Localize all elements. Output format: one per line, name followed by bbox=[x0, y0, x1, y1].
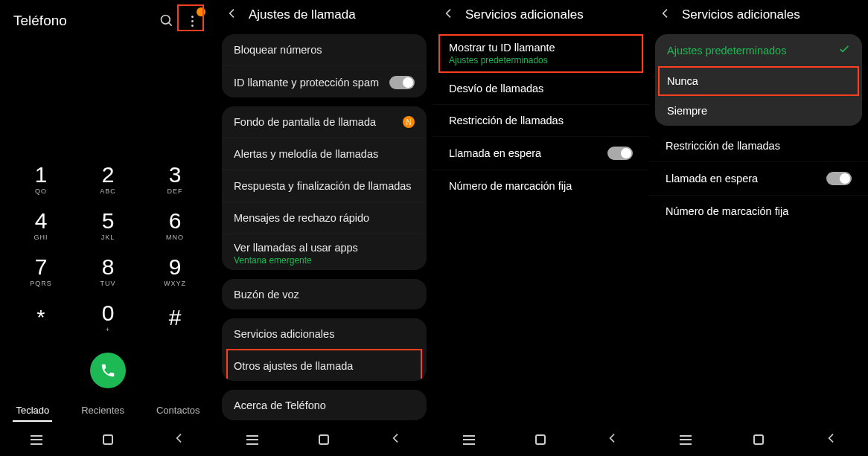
nav-recent-icon[interactable] bbox=[31, 435, 42, 445]
svg-line-1 bbox=[169, 23, 172, 26]
nav-recent-icon[interactable] bbox=[463, 435, 475, 445]
nav-back-icon[interactable] bbox=[607, 432, 619, 447]
row-show-caller-id[interactable]: Mostrar tu ID llamante Ajustes predeterm… bbox=[438, 34, 643, 73]
tab-recent[interactable]: Recientes bbox=[78, 400, 127, 422]
row-fixed-dial[interactable]: Número de marcación fija bbox=[433, 170, 649, 202]
back-icon[interactable] bbox=[660, 7, 671, 22]
android-nav bbox=[433, 425, 649, 456]
nav-home-icon[interactable] bbox=[753, 434, 764, 445]
page-title: Servicios adicionales bbox=[465, 7, 584, 22]
show-id-sub: Ajustes predeterminados bbox=[449, 55, 548, 65]
page-title: Ajustes de llamada bbox=[249, 7, 356, 22]
row-forward[interactable]: Desvío de llamadas bbox=[433, 73, 649, 105]
nav-back-icon[interactable] bbox=[390, 432, 402, 447]
phone-app-screen: Teléfono 1QO 2ABC 3DEF 4GHI 5JKL 6MNO 7P… bbox=[0, 0, 216, 456]
section-4: Servicios adicionales Otros ajustes de l… bbox=[222, 318, 427, 380]
page-title: Servicios adicionales bbox=[682, 7, 800, 22]
check-icon bbox=[838, 43, 850, 57]
key-9[interactable]: 9WXYZ bbox=[141, 248, 208, 295]
more-menu-wrapper bbox=[182, 10, 202, 31]
key-0[interactable]: 0+ bbox=[74, 295, 141, 341]
header: Servicios adicionales bbox=[649, 0, 868, 30]
section-3: Buzón de voz bbox=[222, 279, 427, 309]
topbar: Teléfono bbox=[0, 0, 216, 37]
key-star[interactable]: * bbox=[7, 295, 74, 341]
nav-home-icon[interactable] bbox=[319, 434, 329, 445]
keypad: 1QO 2ABC 3DEF 4GHI 5JKL 6MNO 7PQRS 8TUV … bbox=[0, 156, 216, 348]
key-6[interactable]: 6MNO bbox=[141, 202, 208, 248]
row-apps-sub: Ventana emergente bbox=[234, 255, 312, 266]
row-answer-end[interactable]: Respuesta y finalización de llamadas bbox=[222, 170, 427, 202]
tab-contacts[interactable]: Contactos bbox=[153, 400, 203, 422]
nav-back-icon[interactable] bbox=[826, 432, 837, 447]
dropdown-option-never[interactable]: Nunca bbox=[655, 66, 862, 96]
key-2[interactable]: 2ABC bbox=[74, 156, 141, 202]
back-icon[interactable] bbox=[443, 7, 455, 22]
nav-home-icon[interactable] bbox=[535, 434, 546, 445]
row-waiting[interactable]: Llamada en espera bbox=[649, 162, 868, 196]
android-nav bbox=[0, 425, 216, 456]
android-nav bbox=[216, 425, 433, 456]
row-about[interactable]: Acerca de Teléfono bbox=[222, 390, 427, 420]
row-wallpaper[interactable]: Fondo de pantalla de llamada N bbox=[222, 106, 427, 138]
call-settings-screen: Ajustes de llamada Bloquear números ID l… bbox=[216, 0, 433, 456]
notification-badge bbox=[197, 7, 205, 16]
caller-id-toggle[interactable] bbox=[389, 76, 415, 89]
row-waiting[interactable]: Llamada en espera bbox=[433, 137, 649, 170]
additional-services-dropdown-screen: Servicios adicionales Ajustes predetermi… bbox=[649, 0, 868, 456]
section-5: Acerca de Teléfono bbox=[222, 390, 427, 420]
section-1: Bloquear números ID llamante y protecció… bbox=[222, 34, 427, 97]
back-icon[interactable] bbox=[226, 7, 238, 22]
waiting-toggle[interactable] bbox=[607, 147, 633, 160]
caller-id-dropdown: Ajustes predeterminados Nunca Siempre bbox=[655, 34, 862, 126]
key-8[interactable]: 8TUV bbox=[74, 248, 141, 295]
row-voicemail[interactable]: Buzón de voz bbox=[222, 279, 427, 309]
row-other-settings[interactable]: Otros ajustes de llamada bbox=[222, 350, 427, 380]
section-2: Fondo de pantalla de llamada N Alertas y… bbox=[222, 106, 427, 270]
nav-recent-icon[interactable] bbox=[680, 435, 692, 445]
dropdown-option-always[interactable]: Siempre bbox=[655, 96, 862, 126]
header: Servicios adicionales bbox=[433, 0, 649, 30]
row-restrict[interactable]: Restricción de llamadas bbox=[433, 105, 649, 137]
key-7[interactable]: 7PQRS bbox=[7, 248, 74, 295]
additional-services-screen: Servicios adicionales Mostrar tu ID llam… bbox=[433, 0, 649, 456]
row-alerts[interactable]: Alertas y melodía de llamadas bbox=[222, 138, 427, 170]
dropdown-option-default[interactable]: Ajustes predeterminados bbox=[655, 34, 862, 66]
row-additional-services[interactable]: Servicios adicionales bbox=[222, 318, 427, 350]
nav-recent-icon[interactable] bbox=[246, 435, 258, 445]
header: Ajustes de llamada bbox=[216, 0, 433, 30]
row-caller-id[interactable]: ID llamante y protección spam bbox=[222, 65, 427, 97]
app-title: Teléfono bbox=[13, 13, 156, 29]
row-restrict[interactable]: Restricción de llamadas bbox=[649, 130, 868, 162]
key-3[interactable]: 3DEF bbox=[141, 156, 208, 202]
search-icon[interactable] bbox=[156, 10, 177, 31]
row-reject-msgs[interactable]: Mensajes de rechazo rápido bbox=[222, 202, 427, 234]
row-apps[interactable]: Ver llamadas al usar apps Ventana emerge… bbox=[222, 234, 427, 270]
key-5[interactable]: 5JKL bbox=[74, 202, 141, 248]
more-icon[interactable] bbox=[182, 10, 202, 31]
bottom-tabs: Teclado Recientes Contactos bbox=[0, 396, 216, 425]
row-block-numbers[interactable]: Bloquear números bbox=[222, 34, 427, 65]
key-1[interactable]: 1QO bbox=[7, 156, 74, 202]
waiting-toggle[interactable] bbox=[826, 172, 852, 185]
row-fixed-dial[interactable]: Número de marcación fija bbox=[649, 196, 868, 227]
key-hash[interactable]: # bbox=[141, 295, 208, 341]
tab-keypad[interactable]: Teclado bbox=[13, 400, 52, 422]
call-button[interactable] bbox=[90, 353, 126, 388]
svg-point-0 bbox=[162, 16, 170, 25]
android-nav bbox=[649, 425, 868, 456]
key-4[interactable]: 4GHI bbox=[7, 202, 74, 248]
nav-back-icon[interactable] bbox=[173, 432, 185, 447]
new-badge: N bbox=[403, 116, 415, 128]
nav-home-icon[interactable] bbox=[103, 434, 113, 445]
